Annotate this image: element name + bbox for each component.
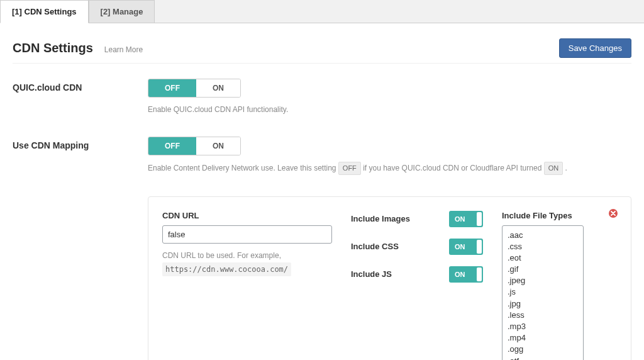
quic-cloud-on[interactable]: ON [196,79,240,97]
learn-more-link[interactable]: Learn More [104,45,143,54]
file-types-textarea[interactable]: .aac .css .eot .gif .jpeg .js .jpg .less… [502,225,584,361]
use-mapping-off[interactable]: OFF [148,137,196,155]
use-mapping-label: Use CDN Mapping [13,137,148,150]
include-images-toggle[interactable]: ON [449,211,483,227]
quic-cloud-toggle[interactable]: OFF ON [148,79,241,98]
include-js-toggle[interactable]: ON [449,266,483,283]
quic-cloud-label: QUIC.cloud CDN [13,79,148,93]
file-types-label: Include File Types [502,211,602,220]
page-title: CDN Settings [13,41,93,55]
use-mapping-toggle[interactable]: OFF ON [148,137,241,155]
quic-cloud-off[interactable]: OFF [148,79,196,97]
include-images-label: Include Images [351,214,410,223]
cdn-url-label: CDN URL [162,211,332,220]
use-mapping-on[interactable]: ON [196,137,240,155]
cdn-url-example: https://cdn.www.cocooa.com/ [162,262,291,276]
cdn-mapping-panel: CDN URL CDN URL to be used. For example,… [148,196,631,361]
cdn-url-help: CDN URL to be used. For example, https:/… [162,250,332,276]
tab-manage[interactable]: [2] Manage [89,0,155,23]
include-js-label: Include JS [351,269,392,279]
include-css-toggle[interactable]: ON [449,239,483,255]
close-icon[interactable] [608,208,618,218]
off-tag: OFF [338,162,361,175]
on-tag: ON [544,162,564,175]
include-css-label: Include CSS [351,242,399,251]
cdn-url-input[interactable] [162,225,332,244]
quic-cloud-help: Enable QUIC.cloud CDN API functionality. [148,104,631,115]
use-mapping-help: Enable Content Delivery Network use. Lea… [148,162,631,175]
tab-cdn-settings[interactable]: [1] CDN Settings [0,0,89,23]
save-changes-button[interactable]: Save Changes [559,38,631,58]
